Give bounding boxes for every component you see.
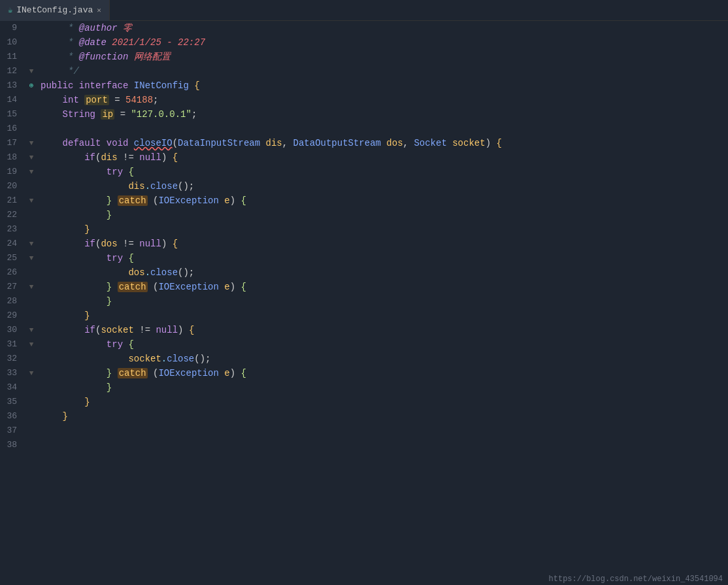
code-line-29: 29 } [5, 309, 728, 323]
code-line-26: 26 dos.close(); [5, 265, 728, 280]
tab-inetconfig[interactable]: ☕ INetConfig.java ✕ [0, 0, 110, 21]
code-line-20: 20 dis.close(); [5, 179, 728, 193]
url-bar: https://blog.csdn.net/weixin_43541094 [544, 573, 728, 585]
code-line-25: 25 ▼ try { [5, 251, 728, 265]
code-line-24: 24 ▼ if(dos != null) { [5, 237, 728, 251]
code-line-35: 35 } [5, 395, 728, 409]
code-lines: 9 * @author 零 10 * @date 2021/1/25 - 22:… [0, 21, 728, 585]
code-line-36: 36 } [5, 409, 728, 424]
java-icon: ☕ [8, 5, 12, 15]
tab-close-button[interactable]: ✕ [97, 6, 101, 14]
code-line-27: 27 ▼ } catch (IOException e) { [5, 280, 728, 294]
code-editor: 9 * @author 零 10 * @date 2021/1/25 - 22:… [0, 21, 728, 585]
code-line-9: 9 * @author 零 [5, 21, 728, 35]
code-line-28: 28 } [5, 294, 728, 309]
tab-bar: ☕ INetConfig.java ✕ [0, 0, 728, 21]
code-line-16: 16 [5, 122, 728, 136]
url-text: https://blog.csdn.net/weixin_43541094 [549, 575, 723, 584]
tab-label: INetConfig.java [16, 5, 93, 15]
code-line-37: 37 [5, 424, 728, 438]
code-line-17: 17 ▼ default void closeIO(DataInputStrea… [5, 136, 728, 150]
code-line-31: 31 ▼ try { [5, 337, 728, 352]
code-line-23: 23 } [5, 222, 728, 237]
code-line-32: 32 socket.close(); [5, 352, 728, 366]
code-line-34: 34 } [5, 380, 728, 395]
code-line-11: 11 * @function 网络配置 [5, 50, 728, 64]
code-line-22: 22 } [5, 208, 728, 222]
code-line-13: 13 ⊕ public interface INetConfig { [5, 78, 728, 93]
code-line-12: 12 ▼ */ [5, 64, 728, 78]
code-line-30: 30 ▼ if(socket != null) { [5, 323, 728, 337]
code-line-18: 18 ▼ if(dis != null) { [5, 150, 728, 165]
code-line-33: 33 ▼ } catch (IOException e) { [5, 366, 728, 380]
code-line-14: 14 int port = 54188; [5, 93, 728, 107]
code-line-38: 38 [5, 438, 728, 452]
code-line-19: 19 ▼ try { [5, 165, 728, 179]
code-line-15: 15 String ip = "127.0.0.1"; [5, 107, 728, 122]
code-line-21: 21 ▼ } catch (IOException e) { [5, 193, 728, 208]
code-line-10: 10 * @date 2021/1/25 - 22:27 [5, 35, 728, 50]
